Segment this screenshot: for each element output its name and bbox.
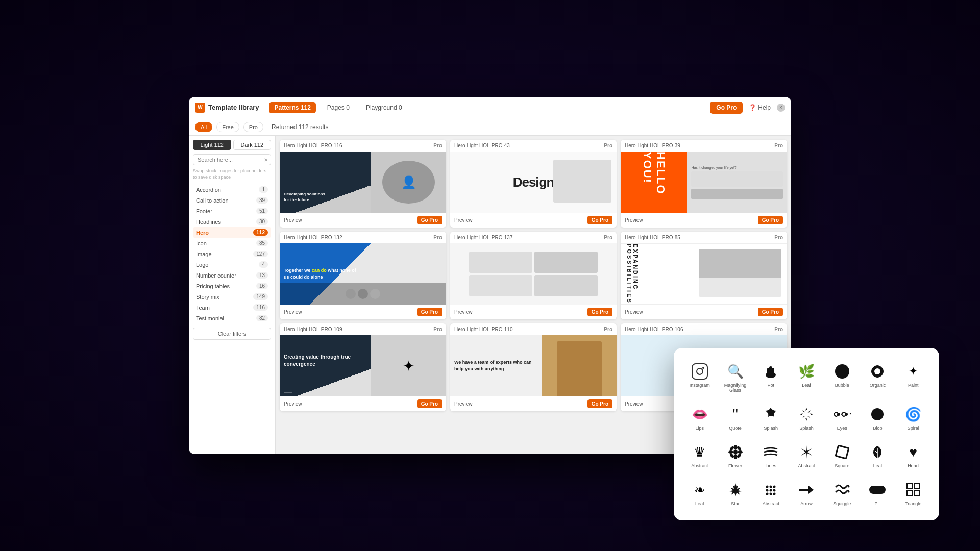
preview-button[interactable]: Preview: [284, 309, 302, 315]
icon-item-abstract-crown[interactable]: ♛ Abstract: [684, 439, 716, 472]
svg-rect-33: [915, 484, 919, 488]
tab-pages[interactable]: Pages 0: [322, 102, 355, 113]
icon-item-triangle[interactable]: Triangle: [897, 477, 929, 510]
go-pro-card-button[interactable]: Go Pro: [417, 308, 442, 316]
icon-item-leaf3[interactable]: ❧ Leaf: [684, 477, 716, 510]
icon-label: Quote: [729, 425, 742, 431]
sidebar-item-logo[interactable]: Logo 4: [193, 259, 271, 270]
search-clear-icon[interactable]: ✕: [264, 157, 268, 163]
theme-light-btn[interactable]: Light 112: [193, 140, 231, 150]
svg-point-3: [874, 368, 880, 374]
preview-button[interactable]: Preview: [625, 401, 643, 407]
preview-button[interactable]: Preview: [284, 401, 302, 407]
go-pro-card-button[interactable]: Go Pro: [417, 399, 442, 408]
filter-free[interactable]: Free: [216, 122, 239, 132]
preview-button[interactable]: Preview: [454, 309, 473, 315]
icon-item-leaf2[interactable]: Leaf: [862, 439, 894, 472]
help-icon: ❓: [749, 104, 756, 111]
go-pro-card-button[interactable]: Go Pro: [417, 216, 442, 224]
icon-item-heart[interactable]: ♥ Heart: [897, 439, 929, 472]
icon-item-pot[interactable]: Pot: [755, 358, 787, 397]
tab-patterns[interactable]: Patterns 112: [269, 102, 315, 113]
svg-point-23: [773, 489, 776, 492]
filter-all[interactable]: All: [195, 122, 212, 132]
icon-item-splash2[interactable]: Splash: [791, 401, 822, 435]
icon-label: Abstract: [798, 463, 815, 468]
icon-item-paint[interactable]: ✦ Paint: [897, 358, 929, 397]
sidebar-item-testimonial[interactable]: Testimonial 82: [193, 313, 271, 323]
icon-item-magnifying-glass[interactable]: 🔍 Magnifying Glass: [720, 358, 751, 397]
icon-item-spiral[interactable]: 🌀 Spiral: [897, 401, 929, 435]
icon-item-instagram[interactable]: Instagram: [684, 358, 716, 397]
icon-item-lips[interactable]: 👄 Lips: [684, 401, 716, 435]
sidebar-item-team[interactable]: Team 116: [193, 302, 271, 313]
icon-item-leaf[interactable]: 🌿 Leaf: [791, 358, 822, 397]
sidebar-item-icon[interactable]: Icon 85: [193, 238, 271, 248]
icon-label: Leaf: [873, 463, 883, 468]
icon-item-quote[interactable]: " Quote: [720, 401, 751, 435]
clear-filters-button[interactable]: Clear filters: [193, 328, 271, 340]
card-header: Hero Light HOL-PRO-110 Pro: [450, 323, 617, 335]
sidebar-item-number-counter[interactable]: Number counter 13: [193, 270, 271, 281]
go-pro-button[interactable]: Go Pro: [710, 102, 743, 114]
icon-item-star[interactable]: Star: [720, 477, 751, 510]
icon-item-bubble[interactable]: Bubble: [826, 358, 858, 397]
icon-item-abstract-dots[interactable]: Abstract: [755, 477, 787, 510]
filter-pro[interactable]: Pro: [243, 122, 263, 132]
pro-badge: Pro: [604, 235, 612, 240]
go-pro-card-button[interactable]: Go Pro: [587, 308, 612, 316]
card-title: Hero Light HOL-PRO-85: [625, 235, 680, 240]
tab-playground[interactable]: Playground 0: [361, 102, 407, 113]
svg-point-18: [766, 486, 769, 488]
svg-point-6: [733, 450, 738, 454]
icon-item-lines[interactable]: Lines: [755, 439, 787, 472]
icon-item-abstract-burst[interactable]: Abstract: [791, 439, 822, 472]
icon-label: Arrow: [800, 501, 813, 506]
icon-item-squiggle[interactable]: Squiggle: [826, 477, 858, 510]
icon-item-eyes[interactable]: Eyes: [826, 401, 858, 435]
preview-button[interactable]: Preview: [625, 309, 643, 315]
sidebar-item-story[interactable]: Story mix 149: [193, 291, 271, 302]
sidebar-item-footer[interactable]: Footer 51: [193, 206, 271, 216]
icon-item-splash1[interactable]: Splash: [755, 401, 787, 435]
search-input[interactable]: [193, 154, 271, 165]
preview-button[interactable]: Preview: [625, 217, 643, 223]
help-button[interactable]: ❓ Help: [749, 104, 771, 111]
go-pro-card-button[interactable]: Go Pro: [587, 399, 612, 408]
preview-button[interactable]: Preview: [284, 217, 302, 223]
svg-point-2: [769, 366, 772, 369]
svg-point-9: [728, 450, 733, 454]
theme-dark-btn[interactable]: Dark 112: [233, 140, 272, 150]
card-title: Hero Light HOL-PRO-39: [625, 143, 680, 148]
thumb-content: 👤 Developing solutionsfor the future: [280, 152, 446, 213]
svg-point-13: [736, 445, 742, 451]
preview-button[interactable]: Preview: [454, 401, 473, 407]
icon-picker: Instagram 🔍 Magnifying Glass Pot 🌿 Leaf …: [674, 348, 939, 520]
icon-item-blob[interactable]: Blob: [862, 401, 894, 435]
icon-item-square[interactable]: Square: [826, 439, 858, 472]
icon-item-pill[interactable]: Pill: [862, 477, 894, 510]
organic-icon: [868, 362, 887, 381]
svg-point-25: [770, 493, 772, 495]
card-thumbnail: EXPANDING POSSIBILITIES: [621, 243, 787, 305]
pot-icon: [762, 362, 780, 381]
icon-label: Splash: [799, 425, 814, 431]
sidebar-item-cta[interactable]: Call to action 39: [193, 195, 271, 206]
go-pro-card-button[interactable]: Go Pro: [758, 308, 783, 316]
go-pro-card-button[interactable]: Go Pro: [587, 216, 612, 224]
icon-item-arrow[interactable]: Arrow: [791, 477, 822, 510]
logo-icon: W: [195, 103, 205, 113]
sidebar-item-image[interactable]: Image 127: [193, 248, 271, 259]
sidebar-item-accordion[interactable]: Accordion 1: [193, 184, 271, 195]
close-button[interactable]: ×: [777, 104, 785, 112]
sidebar-item-headlines[interactable]: Headlines 30: [193, 216, 271, 227]
pro-badge: Pro: [433, 327, 442, 332]
icon-item-flower[interactable]: Flower: [720, 439, 751, 472]
go-pro-card-button[interactable]: Go Pro: [758, 216, 783, 224]
sidebar-item-pricing[interactable]: Pricing tables 16: [193, 281, 271, 291]
sidebar: Light 112 Dark 112 ✕ Swap stock images f…: [189, 136, 276, 454]
sidebar-item-hero[interactable]: Hero 112: [193, 227, 271, 238]
icon-item-organic[interactable]: Organic: [862, 358, 894, 397]
preview-button[interactable]: Preview: [454, 217, 473, 223]
abstract-dots-icon: [762, 481, 780, 499]
